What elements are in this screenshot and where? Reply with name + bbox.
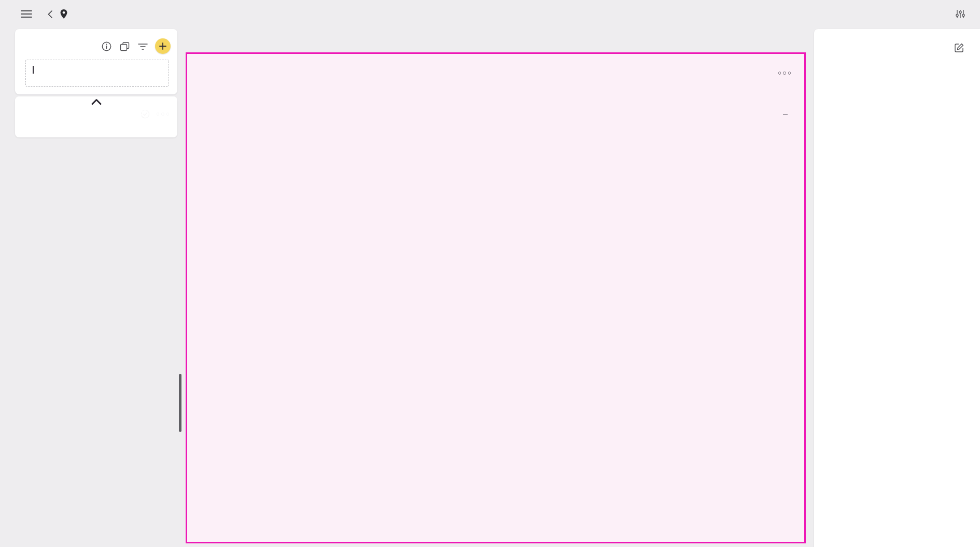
copy-icon <box>120 41 130 51</box>
add-boardlet-button[interactable] <box>155 38 171 54</box>
brand-text <box>939 9 942 20</box>
edit-details-button[interactable] <box>953 41 965 55</box>
scroll-up-button[interactable] <box>90 97 103 107</box>
basic-details-panel <box>814 29 980 547</box>
copy-button[interactable] <box>119 40 130 52</box>
text-caret <box>33 66 34 74</box>
settings-button[interactable] <box>953 7 968 21</box>
sidebar-header-card <box>15 29 177 94</box>
sidebar-scrollbar-thumb[interactable] <box>179 374 181 432</box>
hamburger-menu-button[interactable] <box>19 8 34 20</box>
plus-icon <box>159 43 166 50</box>
hamburger-icon <box>21 10 32 18</box>
filter-icon <box>138 43 148 50</box>
location-pin-icon <box>60 9 68 19</box>
settings-sliders-icon <box>955 9 965 19</box>
topbar <box>0 0 980 28</box>
back-button[interactable] <box>46 8 54 20</box>
selected-boardlet-canvas[interactable] <box>186 52 806 543</box>
location-pin <box>58 7 70 21</box>
brand-area <box>939 7 968 21</box>
info-icon <box>102 41 111 51</box>
filter-button[interactable] <box>137 40 148 52</box>
back-chevron-icon <box>48 10 52 18</box>
chevron-up-icon <box>90 97 103 106</box>
line-chart <box>187 54 804 542</box>
search-input[interactable] <box>25 60 169 87</box>
info-button[interactable] <box>101 40 112 52</box>
edit-icon <box>954 43 964 53</box>
